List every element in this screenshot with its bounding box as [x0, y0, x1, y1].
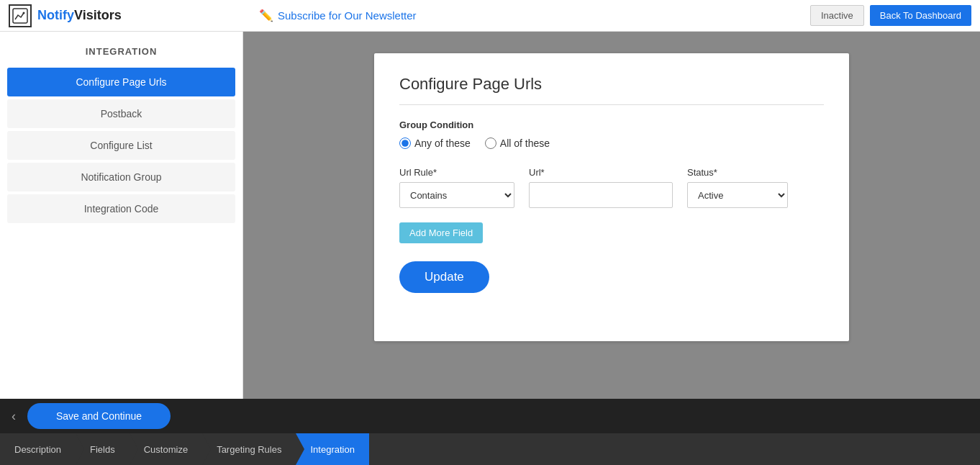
svg-point-1 [23, 12, 25, 14]
bottom-footer: ‹ Save and Continue [0, 399, 980, 433]
url-field-group: Url* [529, 167, 673, 208]
back-to-dashboard-button[interactable]: Back To Dashboard [870, 5, 971, 26]
tab-customize[interactable]: Customize [130, 433, 202, 465]
tab-targeting-rules[interactable]: Targeting Rules [202, 433, 296, 465]
main-layout: INTEGRATION Configure Page Urls Postback… [0, 32, 980, 399]
sidebar-item-configure-page-urls[interactable]: Configure Page Urls [7, 68, 235, 96]
sidebar-nav: Configure Page Urls Postback Configure L… [0, 68, 242, 223]
top-header: NotifyVisitors ✏️ Subscribe for Our News… [0, 0, 980, 32]
inactive-button[interactable]: Inactive [810, 5, 864, 26]
radio-any-input[interactable] [399, 137, 411, 149]
tab-description[interactable]: Description [0, 433, 76, 465]
back-arrow-button[interactable]: ‹ [0, 409, 27, 424]
url-rule-select[interactable]: Contains Starts With Ends With Equals [399, 182, 514, 208]
logo-icon [9, 4, 32, 27]
bottom-tabs: Description Fields Customize Targeting R… [0, 433, 980, 465]
url-rule-label: Url Rule* [399, 167, 514, 178]
save-and-continue-button[interactable]: Save and Continue [27, 403, 171, 429]
group-condition-label: Group Condition [399, 119, 824, 130]
radio-any-of-these[interactable]: Any of these [399, 137, 471, 149]
content-area: Configure Page Urls Group Condition Any … [243, 32, 980, 399]
url-label: Url* [529, 167, 673, 178]
logo-area: NotifyVisitors [9, 4, 252, 27]
logo-brand: NotifyVisitors [37, 8, 122, 23]
sidebar-item-notification-group[interactable]: Notification Group [7, 163, 235, 191]
edit-icon: ✏️ [259, 9, 273, 22]
campaign-title: Subscribe for Our Newsletter [278, 9, 417, 22]
radio-any-label: Any of these [414, 137, 471, 149]
radio-all-input[interactable] [485, 137, 496, 149]
header-center: ✏️ Subscribe for Our Newsletter [252, 9, 810, 22]
header-right: Inactive Back To Dashboard [810, 5, 971, 26]
sidebar-item-integration-code[interactable]: Integration Code [7, 194, 235, 223]
fields-row: Url Rule* Contains Starts With Ends With… [399, 167, 824, 208]
card-title: Configure Page Urls [399, 75, 824, 105]
radio-group: Any of these All of these [399, 137, 824, 149]
add-more-field-button[interactable]: Add More Field [399, 222, 483, 243]
status-field-group: Status* Active Inactive [687, 167, 788, 208]
status-select[interactable]: Active Inactive [687, 182, 788, 208]
radio-all-label: All of these [500, 137, 550, 149]
sidebar-item-configure-list[interactable]: Configure List [7, 131, 235, 160]
sidebar-item-postback[interactable]: Postback [7, 99, 235, 128]
configure-page-urls-card: Configure Page Urls Group Condition Any … [374, 53, 849, 341]
update-button[interactable]: Update [399, 261, 489, 293]
sidebar-section-title: INTEGRATION [0, 32, 242, 68]
status-label: Status* [687, 167, 788, 178]
svg-rect-0 [13, 9, 27, 23]
sidebar: INTEGRATION Configure Page Urls Postback… [0, 32, 243, 399]
url-input[interactable] [529, 182, 673, 208]
url-rule-field-group: Url Rule* Contains Starts With Ends With… [399, 167, 514, 208]
radio-all-of-these[interactable]: All of these [485, 137, 550, 149]
footer-area: ‹ Save and Continue Description Fields C… [0, 399, 980, 465]
tab-integration[interactable]: Integration [296, 433, 368, 465]
